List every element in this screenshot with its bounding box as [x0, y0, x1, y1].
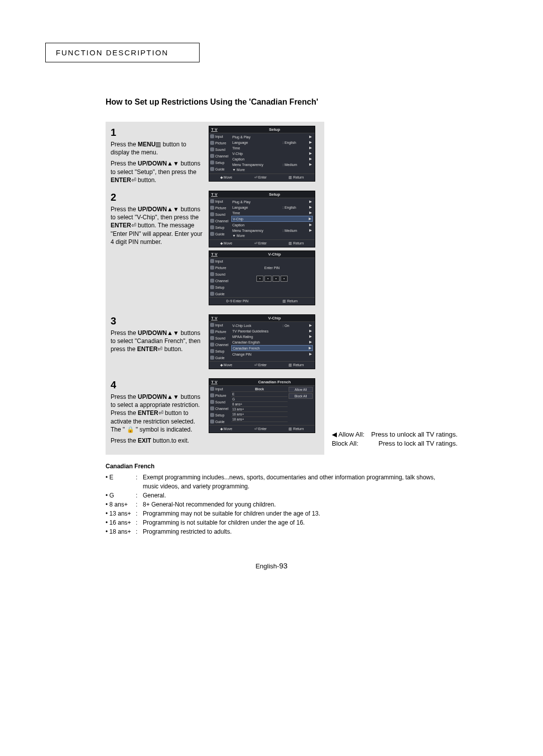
glyph-enter: ⏎ [158, 409, 163, 416]
glyph-menu: ▥ [155, 141, 161, 148]
aside-row: ◀ Allow All: Press to unlock all TV rati… [332, 430, 458, 439]
glyph-updown: ▲▼ [167, 393, 179, 400]
glyph-updown: ▲▼ [167, 160, 179, 167]
step-row: 1Press the MENU▥ button to display the m… [111, 126, 319, 185]
aside-notes: ◀ Allow All: Press to unlock all TV rati… [332, 430, 458, 448]
step-row: 3Press the UP/DOWN▲▼ buttons to select "… [111, 314, 319, 372]
definition-row: • G:General. [106, 491, 447, 500]
glyph-updown: ▲▼ [167, 329, 179, 337]
step-number: 4 [111, 378, 204, 392]
step-number: 2 [111, 191, 204, 204]
steps-panel: 1Press the MENU▥ button to display the m… [106, 122, 324, 455]
glyph-updown: ▲▼ [167, 206, 179, 213]
tv-screenshot: T VV-ChipInputPictureSoundChannelSetupGu… [209, 314, 315, 369]
step-screenshots: T VV-ChipInputPictureSoundChannelSetupGu… [209, 314, 319, 372]
page-number-value: 93 [279, 561, 288, 570]
left-arrow-icon: ◀ [332, 431, 337, 438]
step-screenshots: T VSetupInputPictureSoundChannelSetupGui… [209, 191, 319, 308]
page-label: English- [255, 562, 279, 570]
definition-row: • 13 ans+:Programming may not be suitabl… [106, 509, 447, 518]
definitions-title: Canadian French [106, 462, 447, 471]
page-title: How to Set up Restrictions Using the 'Ca… [106, 98, 498, 107]
definition-row: • E:Exempt programming includes...news, … [106, 473, 447, 491]
glyph-enter: ⏎ [131, 222, 136, 229]
step-screenshots: T VCanadian FrenchInputPictureSoundChann… [209, 378, 319, 445]
definition-row: • 18 ans+:Programming restricted to adul… [106, 527, 447, 536]
glyph-lock: 🔒 [127, 426, 134, 433]
aside-row: Block All: Press to lock all TV ratings. [332, 439, 458, 448]
page-number: English-93 [45, 561, 498, 570]
tv-screenshot: T VSetupInputPictureSoundChannelSetupGui… [209, 191, 315, 247]
step-text: 3Press the UP/DOWN▲▼ buttons to select "… [111, 314, 204, 372]
tv-screenshot: T VV-ChipInputPictureSoundChannelSetupGu… [209, 250, 315, 305]
step-text: 2Press the UP/DOWN▲▼ buttons to select "… [111, 191, 204, 308]
step-text: 4Press the UP/DOWN▲▼ buttons to select a… [111, 378, 204, 445]
step-row: 4Press the UP/DOWN▲▼ buttons to select a… [111, 378, 319, 445]
tv-screenshot: T VCanadian FrenchInputPictureSoundChann… [209, 378, 315, 433]
step-row: 2Press the UP/DOWN▲▼ buttons to select "… [111, 191, 319, 308]
step-text: 1Press the MENU▥ button to display the m… [111, 126, 204, 185]
step-number: 3 [111, 314, 204, 328]
section-header: FUNCTION DESCRIPTION [45, 43, 200, 62]
tv-screenshot: T VSetupInputPictureSoundChannelSetupGui… [209, 126, 315, 182]
definitions-block: Canadian French • E:Exempt programming i… [106, 462, 447, 536]
glyph-enter: ⏎ [157, 346, 162, 353]
definition-row: • 16 ans+:Programming is not suitable fo… [106, 518, 447, 527]
step-number: 1 [111, 126, 204, 139]
step-screenshots: T VSetupInputPictureSoundChannelSetupGui… [209, 126, 319, 185]
glyph-enter: ⏎ [131, 177, 136, 184]
definition-row: • 8 ans+:8+ General-Not recommended for … [106, 500, 447, 509]
